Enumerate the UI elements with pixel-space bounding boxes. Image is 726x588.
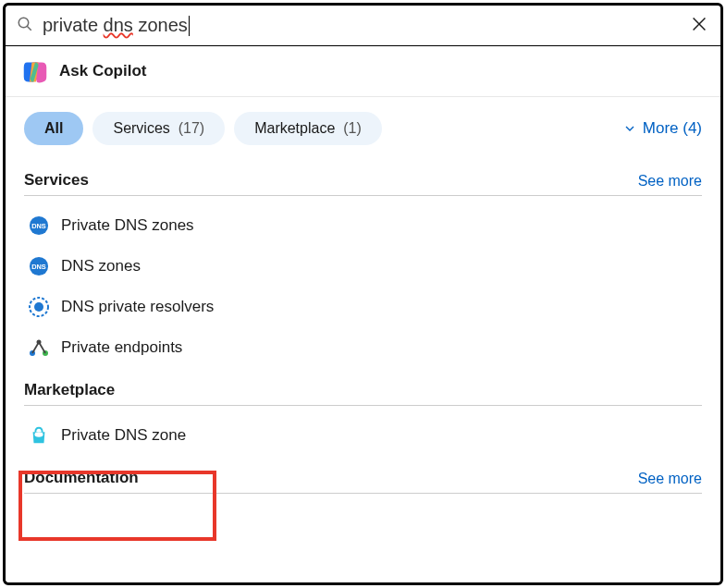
svg-point-12 xyxy=(37,340,42,345)
result-private-endpoints[interactable]: Private endpoints xyxy=(24,327,702,368)
section-marketplace-title: Marketplace xyxy=(24,381,115,399)
result-dns-private-resolvers[interactable]: DNS private resolvers xyxy=(24,287,702,327)
section-services-title: Services xyxy=(24,171,89,190)
filter-services-label: Services xyxy=(113,120,169,136)
search-bar: private dns zones xyxy=(6,6,720,46)
filter-row: All Services (17) Marketplace (1) More (… xyxy=(6,97,720,158)
svg-text:DNS: DNS xyxy=(31,263,46,271)
dns-icon: DNS xyxy=(28,214,50,237)
search-icon xyxy=(17,16,33,36)
marketplace-list: Private DNS zone xyxy=(24,415,702,456)
filter-marketplace-count: (1) xyxy=(343,120,362,136)
result-label: Private DNS zones xyxy=(61,216,194,235)
result-label: DNS private resolvers xyxy=(61,298,214,316)
filter-more-label: More (4) xyxy=(643,119,702,138)
services-see-more[interactable]: See more xyxy=(638,173,702,190)
section-documentation-title: Documentation xyxy=(24,469,139,487)
svg-point-0 xyxy=(18,18,29,28)
search-results-panel: Ask Copilot All Services (17) Marketplac… xyxy=(6,46,720,494)
filter-services[interactable]: Services (17) xyxy=(92,112,225,145)
search-text-prefix: private xyxy=(43,15,104,35)
marketplace-icon xyxy=(28,424,50,447)
resolver-icon xyxy=(28,296,50,318)
clear-search-icon[interactable] xyxy=(689,14,709,38)
result-dns-zones[interactable]: DNS DNS zones xyxy=(24,246,702,287)
copilot-icon xyxy=(22,59,46,83)
text-caret xyxy=(189,16,190,36)
result-label: Private DNS zone xyxy=(61,426,186,445)
result-label: Private endpoints xyxy=(61,338,182,357)
search-input[interactable]: private dns zones xyxy=(43,15,689,37)
svg-point-13 xyxy=(34,432,43,437)
section-services: Services See more DNS Private DNS zones … xyxy=(6,158,720,368)
section-services-header: Services See more xyxy=(24,158,702,196)
svg-point-9 xyxy=(34,302,43,312)
section-marketplace: Marketplace Private DNS zone xyxy=(6,368,720,456)
filter-marketplace-label: Marketplace xyxy=(254,120,335,136)
search-text-suffix: zones xyxy=(133,15,188,35)
filter-services-count: (17) xyxy=(178,120,204,136)
filter-all[interactable]: All xyxy=(24,112,83,145)
filter-marketplace[interactable]: Marketplace (1) xyxy=(234,112,382,145)
svg-text:DNS: DNS xyxy=(31,222,46,230)
result-private-dns-zone-marketplace[interactable]: Private DNS zone xyxy=(24,415,702,456)
ask-copilot-row[interactable]: Ask Copilot xyxy=(6,46,720,97)
services-list: DNS Private DNS zones DNS DNS zones DNS … xyxy=(24,205,702,368)
filter-more[interactable]: More (4) xyxy=(622,119,702,138)
section-documentation-header: Documentation See more xyxy=(24,456,702,494)
svg-line-1 xyxy=(27,26,31,31)
section-documentation: Documentation See more xyxy=(6,456,720,494)
chevron-down-icon xyxy=(622,121,637,136)
ask-copilot-label: Ask Copilot xyxy=(59,62,146,80)
result-label: DNS zones xyxy=(61,257,141,276)
section-marketplace-header: Marketplace xyxy=(24,368,702,406)
dns-icon: DNS xyxy=(28,255,50,277)
endpoint-icon xyxy=(28,337,50,359)
result-private-dns-zones[interactable]: DNS Private DNS zones xyxy=(24,205,702,246)
search-text-misspell: dns xyxy=(104,15,133,35)
documentation-see-more[interactable]: See more xyxy=(638,471,702,487)
